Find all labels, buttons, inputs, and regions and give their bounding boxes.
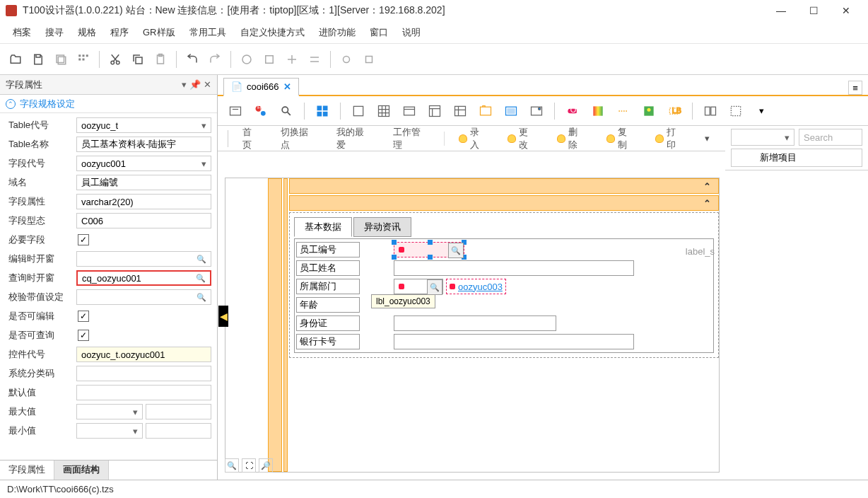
menu-tools[interactable]: 常用工具 [182, 22, 233, 43]
widget-1-icon[interactable] [225, 100, 246, 122]
validate-input[interactable] [76, 289, 211, 305]
tool-d-icon[interactable] [305, 50, 324, 69]
widget-2-icon[interactable]: 中 [250, 100, 271, 122]
collapse-left-icon[interactable]: ◀ [218, 306, 228, 327]
lookup-icon[interactable]: 🔍 [448, 243, 464, 258]
menu-window[interactable]: 窗口 [363, 22, 395, 43]
zoom-fit-icon[interactable]: ⛶ [242, 458, 256, 473]
widget-10-icon[interactable] [475, 100, 496, 122]
required-checkbox[interactable]: ✓ [78, 234, 89, 245]
doc-tab-close-icon[interactable]: ✕ [283, 81, 291, 92]
canvas[interactable]: ◀ ⌃ ⌃ 基本数据 异动资讯 员工编号 [218, 170, 868, 480]
tool-f-icon[interactable] [359, 50, 379, 69]
min-val-input2[interactable] [146, 423, 212, 439]
widget-12-icon[interactable] [526, 100, 547, 122]
paste-icon[interactable] [151, 50, 170, 69]
widget-3-icon[interactable] [276, 100, 297, 122]
widget-7-icon[interactable] [399, 100, 420, 122]
field-attr-input[interactable]: varchar2(20) [76, 194, 211, 209]
zoom-in-icon[interactable]: 🔎 [259, 458, 273, 473]
widget-17-icon[interactable]: LB [664, 100, 685, 122]
nav-work[interactable]: 工作管理 [385, 123, 438, 154]
panel-dropdown-icon[interactable]: ▾ [182, 79, 187, 90]
max-val-input2[interactable] [146, 404, 212, 419]
header-bar-2[interactable]: ⌃ [289, 195, 719, 211]
save-icon[interactable] [28, 50, 48, 69]
menu-shortcuts[interactable]: 自定义快捷方式 [233, 22, 312, 43]
default-val-input[interactable] [76, 385, 211, 400]
save-all-icon[interactable] [51, 50, 71, 69]
widget-18-icon[interactable] [700, 100, 721, 122]
nav-copy[interactable]: 复制 [598, 123, 645, 154]
field-emp-no-input[interactable]: 🔍 [394, 242, 464, 257]
nav-switch[interactable]: 切换据点 [272, 123, 326, 154]
tool-e-icon[interactable] [336, 50, 356, 69]
filter-combo[interactable] [731, 129, 794, 146]
queryable-checkbox[interactable]: ✓ [78, 330, 89, 341]
tool-b-icon[interactable] [259, 50, 279, 69]
tool-a-icon[interactable] [237, 50, 257, 69]
menu-advanced[interactable]: 进阶功能 [312, 22, 363, 43]
redo-icon[interactable] [205, 50, 225, 69]
min-val-input[interactable] [76, 423, 143, 439]
widget-6-icon[interactable] [373, 100, 394, 122]
panel-pin-icon[interactable]: 📌 [189, 79, 201, 90]
widget-11-icon[interactable] [500, 100, 522, 122]
widget-14-icon[interactable] [587, 100, 609, 122]
nav-delete[interactable]: 删除 [549, 123, 595, 154]
widget-19-icon[interactable] [725, 100, 746, 122]
zoom-out-icon[interactable]: 🔍 [225, 458, 239, 473]
maximize-button[interactable]: ☐ [797, 0, 830, 21]
nav-insert[interactable]: 录入 [450, 123, 497, 154]
open-icon[interactable] [6, 50, 25, 69]
widget-13-icon[interactable]: OK [562, 100, 583, 122]
table-code-input[interactable]: oozyuc_t [76, 117, 211, 133]
close-button[interactable]: ✕ [830, 0, 862, 21]
search-input[interactable]: Search [799, 129, 862, 146]
toolbar-more-icon[interactable]: ▾ [751, 100, 772, 122]
query-window-input[interactable]: cq_oozyuc001 [76, 270, 211, 286]
panel-close-icon[interactable]: ✕ [204, 79, 211, 90]
copy-icon[interactable] [128, 50, 148, 69]
menu-search[interactable]: 搜寻 [38, 22, 71, 43]
doc-menu-button[interactable]: ≡ [848, 81, 862, 95]
extra-field-label[interactable]: oozyuc003 [446, 279, 506, 294]
table-name-input[interactable]: 员工基本资料表-陆振宇 [76, 137, 211, 152]
collapse-icon[interactable]: ⌃ [6, 99, 16, 109]
control-code-input[interactable]: oozyuc_t.oozyuc001 [76, 347, 211, 362]
menu-help[interactable]: 说明 [395, 22, 428, 43]
field-code-input[interactable]: oozyuc001 [76, 156, 211, 171]
widget-16-icon[interactable] [638, 100, 659, 122]
editable-checkbox[interactable]: ✓ [78, 311, 89, 322]
edit-window-input[interactable] [76, 251, 211, 267]
widget-4-icon[interactable] [312, 100, 333, 122]
domain-input[interactable]: 員工編號 [76, 175, 211, 190]
widget-8-icon[interactable] [424, 100, 445, 122]
grid-icon[interactable] [74, 50, 93, 69]
nav-more-icon[interactable]: ▾ [696, 130, 718, 146]
nav-fav[interactable]: 我的最爱 [328, 123, 382, 154]
sys-category-input[interactable] [76, 366, 211, 381]
menu-gr[interactable]: GR样版 [136, 22, 182, 43]
field-idcard-input[interactable] [394, 315, 556, 331]
tool-c-icon[interactable] [282, 50, 302, 69]
menu-spec[interactable]: 规格 [71, 22, 103, 43]
form-tab-basic[interactable]: 基本数据 [294, 217, 352, 237]
field-dept-input[interactable]: 🔍 [394, 279, 443, 294]
nav-home[interactable]: 首页 [234, 123, 269, 154]
tab-layout[interactable]: 画面结构 [54, 461, 109, 480]
field-bankcard-input[interactable] [394, 334, 634, 349]
undo-icon[interactable] [182, 50, 202, 69]
header-bar-1[interactable]: ⌃ [289, 178, 719, 194]
form-tab-change[interactable]: 异动资讯 [353, 217, 411, 237]
tab-field-prop[interactable]: 字段属性 [0, 461, 54, 480]
cut-icon[interactable] [105, 50, 125, 69]
menu-file[interactable]: 档案 [6, 22, 38, 43]
lookup-icon[interactable]: 🔍 [427, 279, 442, 295]
add-item-button[interactable]: 新增项目 [731, 149, 862, 167]
widget-9-icon[interactable] [450, 100, 471, 122]
field-emp-name-input[interactable] [394, 260, 634, 276]
minimize-button[interactable]: — [765, 0, 797, 21]
widget-15-icon[interactable] [613, 100, 634, 122]
doc-tab[interactable]: 📄 cooi666 ✕ [223, 78, 299, 96]
